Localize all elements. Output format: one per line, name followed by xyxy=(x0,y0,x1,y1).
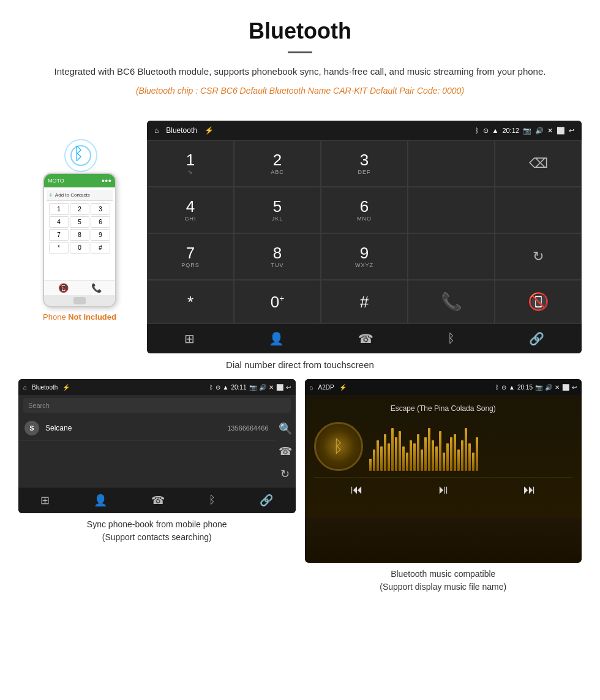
refresh-key[interactable]: ↻ xyxy=(495,233,582,280)
pb-nav-user[interactable]: 👤 xyxy=(94,494,107,507)
pb-refresh-icon[interactable]: ↻ xyxy=(280,467,290,481)
phone-call-icon: 📞 xyxy=(91,283,102,293)
backspace-key[interactable]: ⌫ xyxy=(495,140,582,187)
empty-cell-1 xyxy=(408,187,495,233)
visualizer-bar xyxy=(465,428,467,471)
visualizer-bar xyxy=(369,459,372,471)
home-icon: ⌂ xyxy=(154,126,159,135)
pb-signal: ▲ xyxy=(223,384,229,391)
phone-key-8: 8 xyxy=(70,229,89,241)
visualizer-bar xyxy=(410,440,412,471)
phone-key-9: 9 xyxy=(91,229,110,241)
music-usb-icon: ⚡ xyxy=(339,384,347,391)
music-visualizer xyxy=(369,422,573,471)
pb-home-icon: ⌂ xyxy=(23,384,27,391)
pb-usb-icon: ⚡ xyxy=(62,384,70,391)
key-7[interactable]: 7 PQRS xyxy=(147,233,234,280)
signal-icon: ▲ xyxy=(492,127,499,134)
phone-key-0: 0 xyxy=(70,242,89,254)
music-back-icon: ↩ xyxy=(572,384,577,391)
key-9[interactable]: 9 WXYZ xyxy=(321,233,408,280)
pb-nav-phone[interactable]: ☎ xyxy=(151,494,165,507)
key-6[interactable]: 6 MNO xyxy=(321,187,408,233)
nav-link-icon[interactable]: 🔗 xyxy=(529,331,544,346)
phone-key-hash: # xyxy=(91,242,110,254)
pb-bt-icon: ᛒ xyxy=(209,384,213,391)
visualizer-bar xyxy=(377,440,379,471)
phone-not-included-label: Phone Not Included xyxy=(43,312,116,322)
phone-key-3: 3 xyxy=(91,203,110,215)
display-area xyxy=(408,140,495,187)
key-hash[interactable]: # xyxy=(321,280,408,323)
usb-icon: ⚡ xyxy=(204,126,214,135)
phone-home-button xyxy=(73,297,86,304)
page-title: Bluetooth xyxy=(37,18,563,44)
phone-key-2: 2 xyxy=(70,203,89,215)
contact-avatar: S xyxy=(24,421,39,435)
visualizer-bar xyxy=(432,440,434,471)
volume-icon: 🔊 xyxy=(535,127,544,135)
phone-dialpad: 1 2 3 4 5 6 7 8 9 * 0 # xyxy=(47,201,113,256)
key-5[interactable]: 5 JKL xyxy=(234,187,321,233)
end-call-button[interactable]: 📵 xyxy=(495,280,582,323)
pb-nav-grid[interactable]: ⊞ xyxy=(40,494,50,507)
pb-search-bar[interactable]: Search xyxy=(23,398,291,413)
visualizer-bar xyxy=(468,443,471,471)
music-controls: ⏮ ⏯ ⏭ xyxy=(314,477,573,502)
bottom-row: ⌂ Bluetooth ⚡ ᛒ ⊙ ▲ 20:11 📷 🔊 ✕ ⬜ ↩ xyxy=(0,379,600,606)
music-content: Escape (The Pina Colada Song) ᛒ ⏮ ⏯ ⏭ xyxy=(305,395,582,517)
album-bt-icon: ᛒ xyxy=(333,437,343,456)
nav-grid-icon[interactable]: ⊞ xyxy=(184,331,195,346)
key-0[interactable]: 0+ xyxy=(234,280,321,323)
call-button[interactable]: 📞 xyxy=(408,280,495,323)
visualizer-bar xyxy=(435,446,438,471)
phone-signal: ●●● xyxy=(102,178,111,184)
visualizer-bar xyxy=(461,440,463,471)
page-description: Integrated with BC6 Bluetooth module, su… xyxy=(37,64,563,79)
key-2[interactable]: 2 ABC xyxy=(234,140,321,187)
music-x-icon: ✕ xyxy=(555,384,560,391)
empty-cell-3 xyxy=(408,233,495,280)
music-loc-icon: ⊙ xyxy=(501,384,506,391)
nav-bluetooth-icon[interactable]: ᛒ xyxy=(448,331,455,346)
visualizer-bar xyxy=(391,428,394,471)
visualizer-bar xyxy=(417,434,419,471)
location-icon: ⊙ xyxy=(483,127,489,135)
phone-key-4: 4 xyxy=(49,216,69,228)
phone-container: ᛒ MOTO ●●● + Add to Contacts 1 2 3 4 5 6 xyxy=(18,121,141,322)
phone-carrier: MOTO xyxy=(48,178,64,184)
visualizer-bar xyxy=(388,443,390,471)
empty-cell-2 xyxy=(495,187,582,233)
key-star[interactable]: * xyxy=(147,280,234,323)
key-4[interactable]: 4 GHI xyxy=(147,187,234,233)
phone-top-bar: MOTO ●●● xyxy=(44,174,115,187)
visualizer-bar xyxy=(476,437,478,471)
bluetooth-waves: ᛒ xyxy=(61,139,98,170)
prev-button[interactable]: ⏮ xyxy=(351,483,363,497)
music-main-area: ᛒ xyxy=(314,422,573,471)
visualizer-bar xyxy=(413,443,416,471)
visualizer-bar xyxy=(472,453,474,471)
pb-search-icon[interactable]: 🔍 xyxy=(279,422,292,435)
pb-call-icon[interactable]: ☎ xyxy=(279,445,292,458)
pb-nav-link[interactable]: 🔗 xyxy=(260,494,273,507)
contact-row[interactable]: S Seicane 13566664466 xyxy=(18,416,275,441)
play-pause-button[interactable]: ⏯ xyxy=(437,483,449,497)
pb-content-area: S Seicane 13566664466 🔍 ☎ ↻ xyxy=(18,416,296,487)
nav-phone-icon[interactable]: ☎ xyxy=(358,331,373,346)
x-icon: ✕ xyxy=(547,127,553,135)
visualizer-bar xyxy=(384,434,386,471)
main-section: ᛒ MOTO ●●● + Add to Contacts 1 2 3 4 5 6 xyxy=(0,115,600,353)
pb-contact-list: S Seicane 13566664466 xyxy=(18,416,275,487)
status-left: ⌂ Bluetooth ⚡ xyxy=(154,126,214,135)
phone-screen: + Add to Contacts 1 2 3 4 5 6 7 8 9 * 0 … xyxy=(44,187,115,280)
key-8[interactable]: 8 TUV xyxy=(234,233,321,280)
dialpad-grid: 1 ∿ 2 ABC 3 DEF ⌫ 4 GHI 5 JKL xyxy=(147,140,582,323)
android-bottom-nav: ⊞ 👤 ☎ ᛒ 🔗 xyxy=(147,323,582,353)
key-3[interactable]: 3 DEF xyxy=(321,140,408,187)
pb-nav-bt[interactable]: ᛒ xyxy=(209,494,216,507)
key-1[interactable]: 1 ∿ xyxy=(147,140,234,187)
next-button[interactable]: ⏭ xyxy=(523,483,536,497)
nav-person-icon[interactable]: 👤 xyxy=(269,331,284,346)
android-dialpad-screen: ⌂ Bluetooth ⚡ ᛒ ⊙ ▲ 20:12 📷 🔊 ✕ ⬜ ↩ 1 ∿ xyxy=(147,121,582,353)
